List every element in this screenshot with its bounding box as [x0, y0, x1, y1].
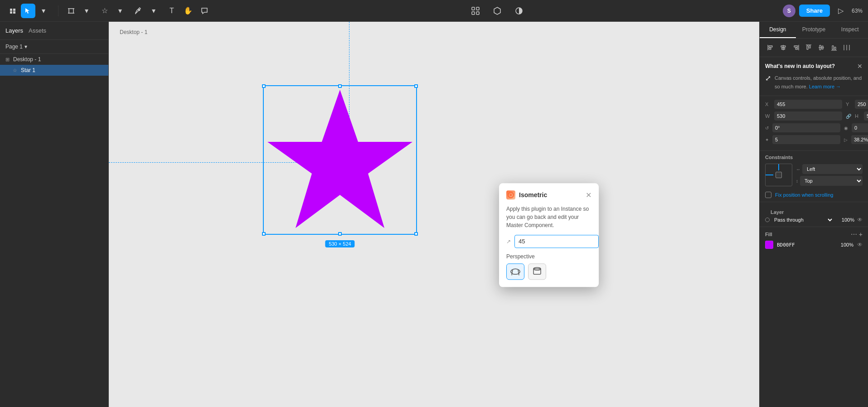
y-input[interactable]: [855, 100, 868, 109]
fill-row: BD00FF 100% 👁: [765, 241, 863, 249]
svg-rect-2: [10, 11, 12, 14]
star-container[interactable]: 530 × 524: [263, 85, 417, 235]
plugin-close-button[interactable]: ✕: [586, 191, 592, 199]
zoom-level[interactable]: 63%: [852, 8, 863, 14]
align-center-h[interactable]: [778, 42, 789, 53]
components-tool[interactable]: [468, 4, 483, 18]
perspective-btn-1[interactable]: [506, 263, 524, 280]
fix-position-checkbox[interactable]: [765, 192, 771, 198]
plugin-icon: [506, 190, 515, 199]
tab-inspect[interactable]: Inspect: [832, 22, 868, 38]
fill-color-swatch[interactable]: [765, 241, 773, 249]
opacity-input[interactable]: [836, 217, 854, 223]
star-shape-tool[interactable]: ☆: [97, 4, 112, 18]
svg-rect-10: [472, 7, 475, 10]
layer-section-title: Layer: [765, 206, 863, 217]
canvas-label: Desktop - 1: [120, 29, 147, 35]
y-label: Y: [846, 102, 851, 107]
size-row: W 🔗 H …: [765, 111, 863, 121]
share-button[interactable]: Share: [799, 5, 830, 17]
perspective-btn-2[interactable]: [528, 263, 546, 280]
constraint-top-line: [778, 164, 779, 170]
constraint-v-icon: ↕: [796, 179, 798, 184]
x-label: X: [765, 102, 771, 107]
visibility-toggle[interactable]: 👁: [857, 217, 863, 223]
frame-dropdown[interactable]: ▾: [79, 4, 94, 18]
layer-desktop-1[interactable]: ⊞ Desktop - 1: [0, 54, 108, 65]
plugin-input-row: ↗: [506, 235, 592, 248]
fix-position-label[interactable]: Fix position when scrolling: [775, 192, 833, 198]
select-dropdown[interactable]: ▾: [36, 4, 51, 18]
toolbar-center: [213, 4, 781, 18]
desktop-layer-icon: ⊞: [5, 57, 10, 63]
layers-tab[interactable]: Layers: [5, 25, 23, 36]
theme-tool[interactable]: [512, 4, 526, 18]
star-layer-name: Star 1: [21, 67, 35, 73]
pen-dropdown[interactable]: ▾: [146, 4, 161, 18]
h-input[interactable]: [864, 111, 868, 121]
constraint-h-row: ↔ LeftRightCenterScale: [796, 164, 863, 174]
toolbar-right: S Share ▷ 63%: [783, 4, 863, 18]
text-tool[interactable]: T: [165, 4, 179, 18]
star-shape[interactable]: [263, 85, 417, 235]
blend-mode-select[interactable]: Pass through Normal Multiply Screen Over…: [772, 217, 834, 223]
svg-rect-11: [476, 7, 479, 10]
rotation-input[interactable]: [772, 123, 840, 132]
lock-proportions[interactable]: 🔗: [846, 114, 851, 119]
fill-title: Fill: [765, 232, 772, 237]
align-right[interactable]: [790, 42, 801, 53]
fill-header: Fill ⋯ +: [765, 231, 863, 238]
canvas[interactable]: Desktop - 1 530 × 524: [109, 22, 759, 407]
constraint-h-select[interactable]: LeftRightCenterScale: [802, 164, 863, 174]
align-middle-v[interactable]: [816, 42, 827, 53]
star-ratio-icon: ▷: [844, 137, 848, 142]
menu-button[interactable]: [5, 4, 20, 18]
plugins-tool[interactable]: [490, 4, 504, 18]
star-points-icon: ✦: [765, 137, 769, 142]
pen-tool[interactable]: [131, 4, 145, 18]
x-input[interactable]: [774, 100, 842, 109]
w-input[interactable]: [774, 111, 842, 121]
page-selector[interactable]: Page 1 ▾: [0, 40, 108, 54]
layer-row: Pass through Normal Multiply Screen Over…: [765, 217, 863, 223]
left-sidebar: Layers Assets Page 1 ▾ ⊞ Desktop - 1 ☆ S…: [0, 22, 109, 407]
constraint-v-select[interactable]: TopBottomCenterScale: [800, 176, 863, 186]
star-points-input[interactable]: [772, 135, 840, 144]
align-left[interactable]: [765, 42, 776, 53]
layer-star-1[interactable]: ☆ Star 1: [0, 65, 108, 76]
fill-hex-value[interactable]: BD00FF: [777, 242, 834, 248]
star-ratio-input[interactable]: [851, 135, 868, 144]
plugin-angle-input[interactable]: [514, 235, 599, 248]
shape-dropdown[interactable]: ▾: [113, 4, 127, 18]
align-bottom[interactable]: [829, 42, 839, 53]
align-top[interactable]: [803, 42, 814, 53]
banner-content: ⤢ Canvas controls, absolute position, an…: [765, 73, 863, 90]
separator-1: [58, 5, 58, 16]
corner-input[interactable]: [852, 123, 868, 132]
layer-section: Layer Pass through Normal Multiply Scree…: [760, 202, 868, 227]
position-row: X Y: [765, 100, 863, 109]
frame-tool[interactable]: [64, 4, 78, 18]
w-label: W: [765, 113, 771, 119]
svg-point-18: [510, 194, 512, 196]
distribute-btn[interactable]: [841, 42, 852, 53]
assets-tab[interactable]: Assets: [29, 25, 46, 36]
fill-add-btn[interactable]: +: [859, 231, 863, 238]
learn-more-link[interactable]: Learn more →: [809, 84, 841, 89]
banner-close-button[interactable]: ✕: [857, 63, 863, 70]
svg-rect-0: [10, 9, 12, 11]
comment-tool[interactable]: [197, 4, 212, 18]
fill-opacity-value[interactable]: 100%: [837, 242, 853, 247]
svg-rect-34: [807, 46, 808, 49]
svg-rect-1: [13, 9, 15, 11]
draw-tools: ▾: [131, 4, 161, 18]
right-sidebar-tabs: Design Prototype Inspect: [760, 22, 868, 39]
fill-options-btn[interactable]: ⋯: [851, 231, 857, 238]
play-button[interactable]: ▷: [834, 4, 848, 18]
fill-visibility-toggle[interactable]: 👁: [857, 242, 863, 248]
tab-design[interactable]: Design: [760, 22, 796, 38]
tab-prototype[interactable]: Prototype: [796, 22, 832, 38]
svg-rect-26: [769, 48, 771, 49]
select-tool[interactable]: [21, 4, 35, 18]
hand-tool[interactable]: ✋: [181, 4, 195, 18]
